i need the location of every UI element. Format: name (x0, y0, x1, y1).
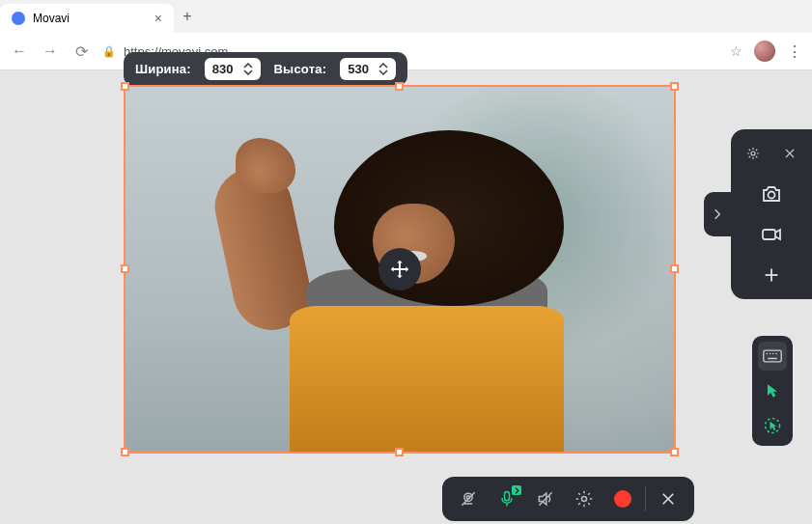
height-spinner[interactable] (378, 63, 388, 75)
svg-point-0 (464, 493, 472, 501)
panel-close-button[interactable] (777, 141, 802, 166)
tab-bar: Movavi × + (0, 0, 812, 33)
record-button[interactable] (606, 483, 639, 515)
width-label: Ширина: (135, 62, 191, 76)
chevron-down-icon[interactable] (378, 69, 388, 75)
resize-handle-bm[interactable] (395, 448, 404, 456)
side-panel (704, 129, 812, 299)
browser-menu-icon[interactable]: ⋮ (787, 42, 802, 61)
settings-button[interactable] (568, 483, 601, 515)
svg-point-12 (769, 192, 775, 199)
height-label: Высота: (274, 62, 327, 76)
gear-icon (745, 146, 761, 161)
keyboard-overlay-button[interactable] (758, 342, 787, 371)
new-tab-button[interactable]: + (174, 8, 201, 25)
screenshot-button[interactable] (759, 181, 784, 207)
resize-handle-tm[interactable] (395, 82, 404, 91)
lock-icon: 🔒 (102, 45, 116, 58)
browser-tab[interactable]: Movavi × (0, 4, 174, 33)
resize-handle-mr[interactable] (670, 264, 679, 273)
height-value: 530 (348, 62, 369, 76)
width-input[interactable]: 830 (205, 58, 261, 80)
close-icon (659, 490, 677, 508)
collapse-panel-button[interactable] (704, 192, 731, 236)
profile-avatar[interactable] (754, 41, 775, 62)
webcam-toggle-button[interactable] (452, 483, 485, 515)
recording-toolbar (442, 477, 694, 521)
bookmark-icon[interactable]: ☆ (730, 43, 742, 59)
tab-title: Movavi (33, 12, 70, 25)
keyboard-icon (763, 349, 782, 363)
speaker-off-icon (536, 489, 555, 509)
plus-icon (761, 264, 782, 286)
chevron-up-icon[interactable] (243, 63, 253, 69)
video-camera-icon (760, 223, 783, 246)
gear-icon (574, 489, 594, 509)
chevron-right-icon (711, 207, 724, 221)
close-toolbar-button[interactable] (652, 483, 685, 515)
cursor-highlight-button[interactable] (758, 376, 787, 405)
record-icon (614, 490, 631, 508)
mic-expand-badge[interactable] (512, 485, 521, 495)
svg-rect-16 (764, 350, 781, 362)
capture-selection[interactable] (124, 85, 676, 454)
camera-icon (760, 182, 783, 206)
webcam-off-icon (459, 489, 478, 509)
close-icon (783, 147, 797, 160)
back-button[interactable]: ← (10, 42, 29, 60)
svg-point-6 (582, 497, 587, 502)
effects-toolbar (752, 336, 793, 446)
resize-handle-ml[interactable] (121, 264, 129, 273)
photo-overalls (290, 306, 564, 452)
add-tool-button[interactable] (759, 262, 784, 288)
move-handle[interactable] (378, 248, 421, 290)
reload-button[interactable]: ⟳ (71, 42, 91, 61)
svg-rect-13 (763, 230, 775, 239)
cursor-icon (763, 381, 782, 400)
resize-handle-tl[interactable] (121, 82, 129, 91)
dimension-bar[interactable]: Ширина: 830 Высота: 530 (124, 52, 407, 86)
panel-settings-button[interactable] (741, 141, 766, 166)
resize-handle-bl[interactable] (121, 448, 129, 456)
forward-button[interactable]: → (41, 42, 60, 60)
width-value: 830 (212, 62, 234, 76)
svg-point-9 (751, 152, 755, 155)
cursor-click-icon (763, 416, 782, 435)
system-audio-button[interactable] (529, 483, 562, 515)
capture-content (126, 87, 674, 452)
video-record-button[interactable] (759, 222, 784, 247)
side-panel-body (731, 129, 812, 299)
width-spinner[interactable] (243, 63, 253, 75)
close-tab-icon[interactable]: × (154, 11, 162, 26)
height-input[interactable]: 530 (340, 58, 396, 80)
favicon-icon (12, 12, 25, 25)
svg-rect-3 (505, 492, 510, 501)
chevron-down-icon[interactable] (243, 69, 253, 75)
chevron-up-icon[interactable] (378, 63, 388, 69)
microphone-button[interactable] (490, 483, 523, 515)
resize-handle-tr[interactable] (670, 82, 679, 91)
move-icon (389, 259, 410, 280)
resize-handle-br[interactable] (670, 448, 679, 456)
click-effect-button[interactable] (758, 411, 787, 440)
toolbar-separator (645, 486, 646, 511)
